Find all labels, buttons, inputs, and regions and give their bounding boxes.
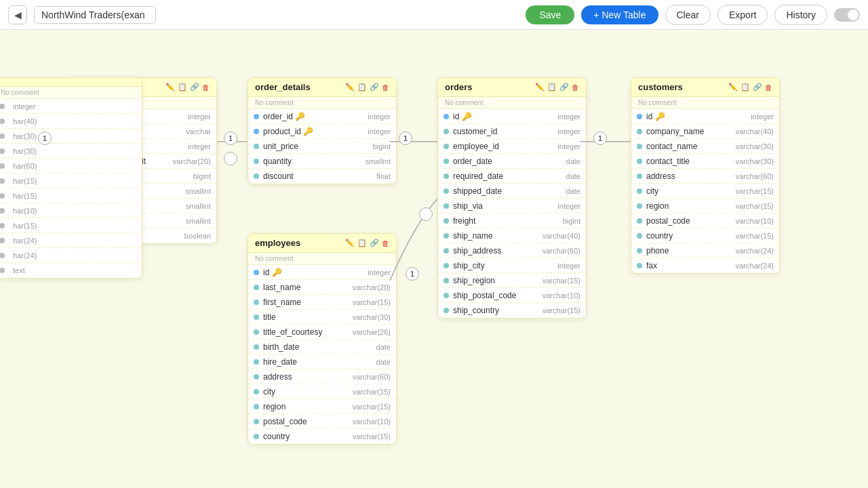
table-employees: employees ✏️ 📋 🔗 🗑 No comment id 🔑 integ… [248,233,397,445]
field-dot [254,359,259,365]
field-type: integer [557,142,580,150]
field-last-name: last_name varchar(20) [248,280,396,295]
field-name: id 🔑 [453,112,553,121]
copy-icon[interactable]: 📋 [357,239,367,247]
delete-icon[interactable]: 🗑 [382,83,389,92]
field-type: varchar(26) [353,328,391,336]
field-dot [443,218,449,224]
field-dot [637,174,642,179]
field-country: country varchar(15) [631,228,779,243]
field-type: integer [557,127,580,136]
field-type: har(24) [13,251,37,260]
field-type: varchar(30) [353,313,391,321]
field-dot [443,308,449,313]
edit-icon[interactable]: ✏️ [345,239,355,247]
field-dot [443,188,449,194]
copy-icon[interactable]: 📋 [547,83,557,92]
copy-icon[interactable]: 📋 [741,83,750,92]
field-type: har(30) [13,147,37,155]
field-dot [254,300,259,305]
db-title-input[interactable] [34,6,156,24]
link-icon[interactable]: 🔗 [559,83,569,92]
save-button[interactable]: Save [526,5,574,24]
field-partial-4: har(30) [0,144,142,159]
history-button[interactable]: History [774,5,827,25]
delete-icon[interactable]: 🗑 [202,83,210,92]
link-icon[interactable]: 🔗 [753,83,762,92]
copy-icon[interactable]: 📋 [178,83,187,92]
field-type: integer [368,127,391,136]
field-name: address [646,171,732,181]
field-address: address varchar(60) [631,169,779,184]
field-type: date [376,358,391,366]
field-partial-2: har(40) [0,114,142,129]
field-first-name: first_name varchar(15) [248,295,396,310]
field-id: id 🔑 integer [438,109,586,124]
field-name: postal_code [646,216,732,226]
field-type: varchar(15) [353,403,391,411]
field-partial-7: har(15) [0,188,142,203]
back-icon: ◀ [14,9,22,20]
diagram-canvas: 1 1 1 1 1 products ✏️ 📋 🔗 🗑 No comment i… [0,30,868,488]
table-customers-name: customers [638,82,724,92]
field-postal-code: postal_code varchar(10) [631,214,779,228]
field-name: birth_date [263,342,372,352]
field-dot [637,144,642,149]
field-type: integer [557,202,580,210]
field-quantity: quantity smallint [248,154,396,169]
field-dot [443,144,449,149]
field-name: product_id 🔑 [263,127,363,136]
field-employee-id: employee_id integer [438,139,586,154]
table-employees-subheader: No comment [248,253,396,265]
link-icon[interactable]: 🔗 [370,83,379,92]
field-type: varchar(15) [353,388,391,396]
clear-button[interactable]: Clear [665,5,711,25]
field-region: region varchar(15) [248,399,396,414]
table-order-details: order_details ✏️ 📋 🔗 🗑 No comment order_… [248,77,397,184]
new-table-button[interactable]: + New Table [581,5,658,24]
field-dot [0,163,5,169]
field-type: varchar(30) [736,157,774,165]
field-type: smallint [186,217,211,225]
field-dot [637,203,642,209]
edit-icon[interactable]: ✏️ [165,83,175,92]
field-type: date [566,157,580,165]
field-dot [254,129,259,134]
delete-icon[interactable]: 🗑 [572,83,579,92]
edit-icon[interactable]: ✏️ [535,83,545,92]
field-dot [443,129,449,134]
back-button[interactable]: ◀ [8,5,27,24]
field-name: order_id 🔑 [263,112,363,121]
link-icon[interactable]: 🔗 [190,83,199,92]
edit-icon[interactable]: ✏️ [728,83,738,92]
export-button[interactable]: Export [717,5,768,25]
field-name: ship_country [453,306,538,315]
field-name: employee_id [453,142,553,151]
badge-4: 1 [399,131,412,145]
edit-icon[interactable]: ✏️ [345,83,355,92]
table-order-details-header: order_details ✏️ 📋 🔗 🗑 [248,78,396,97]
field-name: title [263,312,349,322]
delete-icon[interactable]: 🗑 [765,83,772,92]
field-type: integer [368,268,391,277]
field-name: city [646,186,732,196]
table-employees-header: employees ✏️ 📋 🔗 🗑 [248,234,396,253]
delete-icon[interactable]: 🗑 [382,239,389,247]
field-company-name: company_name varchar(40) [631,124,779,139]
toggle-switch[interactable] [834,8,860,22]
field-name: hire_date [263,357,372,367]
field-type: integer [557,113,580,121]
field-type: integer [13,102,36,110]
link-icon[interactable]: 🔗 [370,239,379,247]
topbar: ◀ Save + New Table Clear Export History [0,0,868,30]
field-dot [443,159,449,164]
field-dot [637,159,642,164]
table-customers: customers ✏️ 📋 🔗 🗑 No comment id 🔑 integ… [631,77,780,274]
field-name: region [646,201,732,211]
field-dot [443,293,449,298]
field-type: varchar(10) [353,418,391,426]
field-dot [0,253,5,258]
field-dot [0,119,5,124]
copy-icon[interactable]: 📋 [357,83,367,92]
field-name: city [263,387,349,396]
